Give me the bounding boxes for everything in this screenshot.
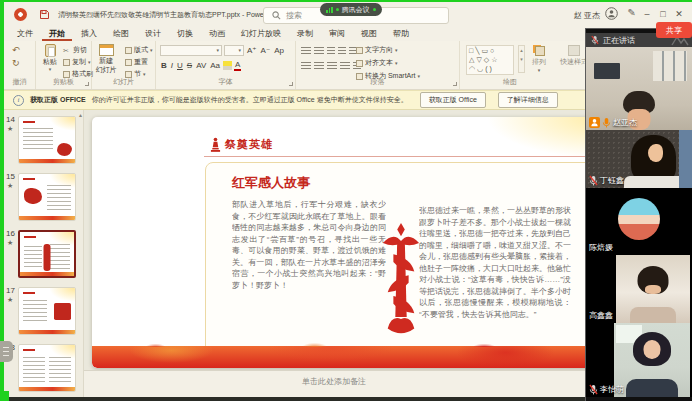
tencent-meeting-badge[interactable]: 腾讯会议 (320, 3, 382, 16)
shrink-font-button[interactable]: A⁻ (260, 45, 272, 56)
arrange-button[interactable]: 排列 ▾ (532, 45, 546, 73)
menu-tab[interactable]: 绘图 (106, 25, 136, 41)
underline-button[interactable]: U (176, 60, 184, 71)
notice-title: 获取正版 OFFICE (30, 95, 86, 105)
mic-muted-icon (591, 35, 599, 45)
slide-thumbnail[interactable]: 17 ★ (4, 283, 83, 340)
slide-thumbnail[interactable]: 18 ★ (4, 340, 83, 397)
slide-thumbnail-image (18, 344, 76, 392)
align-text-button[interactable]: 对齐文本▾ (356, 58, 420, 68)
slide-number: 16 (6, 229, 15, 238)
quick-styles-button[interactable]: 快速样式 (560, 45, 588, 66)
copy-button[interactable]: 复制▾ (63, 57, 93, 67)
align-left-icon[interactable] (301, 62, 311, 70)
maximize-button[interactable]: □ (656, 7, 670, 21)
notice-message: 你的许可证并非正版，你可能是盗版软件的受害者。立即通过正版 Office 避免中… (92, 95, 408, 105)
shapes-gallery-scrollbar[interactable]: ▴▾ (518, 45, 525, 73)
titlebar: 清明祭英烈缅怀先烈致敬英雄清明节主题教育动态PPT.pptx - PowerPo… (4, 2, 692, 26)
green-dot-icon (373, 8, 376, 11)
save-icon[interactable] (39, 9, 50, 20)
slide-thumbnail-image (18, 173, 76, 221)
menu-tab[interactable]: 切换 (170, 25, 200, 41)
cut-button[interactable]: ✂剪切 (63, 45, 93, 55)
shapes-gallery[interactable]: □╲▭○ △▽◇☆ ◠◡() (466, 45, 514, 75)
clipboard-group-label: 剪贴板 (36, 77, 91, 87)
animation-star-icon: ★ (7, 239, 13, 247)
redo-button[interactable]: ↻ (12, 58, 20, 69)
account-avatar-icon[interactable] (605, 7, 618, 20)
slide-thumbnail[interactable]: 14 ★ (4, 112, 83, 169)
layout-button[interactable]: 版式▾ (125, 45, 153, 55)
align-text-icon (356, 60, 363, 67)
slide-thumbnail[interactable]: 16 ★ (4, 226, 83, 283)
dialog-launcher-icon[interactable] (85, 82, 89, 86)
menu-tab[interactable]: 幻灯片放映 (234, 25, 288, 41)
slide-thumbnail-image (18, 230, 76, 278)
highlight-color-button[interactable] (223, 61, 232, 70)
share-button[interactable]: 共享 (656, 22, 692, 38)
menu-tab[interactable]: 开始 (42, 25, 72, 41)
numbering-icon[interactable] (314, 47, 324, 55)
participant-list: 赵亚杰 丁钰鑫 陈焙媛 (586, 47, 692, 397)
undo-button[interactable]: ↶ (12, 45, 20, 56)
font-size-select[interactable]: ▾ (224, 45, 244, 56)
participant-tile[interactable]: 丁钰鑫 (586, 130, 692, 188)
account-name[interactable]: 赵 亚杰 (574, 10, 600, 21)
screen-share-border-corner (0, 391, 9, 401)
dialog-launcher-icon[interactable] (289, 82, 293, 86)
menu-tab[interactable]: 动画 (202, 25, 232, 41)
increase-indent-icon[interactable] (338, 47, 346, 55)
learn-more-button[interactable]: 了解详细信息 (498, 92, 558, 108)
mic-icon (602, 117, 611, 128)
menu-tab[interactable]: 插入 (74, 25, 104, 41)
current-slide[interactable]: 祭奠英雄 红军感人故事 部队进入草地后，行军十分艰难，缺衣少食，不少红军就因此永… (92, 117, 622, 368)
collapsed-panel-handle[interactable] (0, 341, 13, 362)
text-direction-button[interactable]: 文字方向▾ (356, 45, 420, 55)
bullets-icon[interactable] (301, 47, 311, 55)
bold-button[interactable]: B (160, 60, 168, 71)
participant-tile[interactable]: 赵亚杰 (586, 47, 692, 130)
grow-font-button[interactable]: A⁺ (246, 45, 258, 56)
participant-tile[interactable]: 李怡萌 (586, 323, 692, 397)
ink-pencil-icon[interactable]: ✎ (628, 7, 636, 18)
menu-tab[interactable]: 视图 (354, 25, 384, 41)
align-center-icon[interactable] (314, 62, 324, 70)
menu-tab[interactable]: 文件 (10, 25, 40, 41)
char-spacing-button[interactable]: AV (195, 60, 207, 71)
paste-button[interactable]: 粘贴 ▾ (39, 44, 61, 78)
menu-tab[interactable]: 设计 (138, 25, 168, 41)
meeting-panel: 正在讲话 赵亚杰 丁钰鑫 (585, 28, 692, 401)
minimize-button[interactable]: – (640, 7, 654, 21)
strikethrough-button[interactable]: S (186, 60, 193, 71)
participant-tile[interactable]: 高鑫鑫 (586, 255, 692, 323)
participant-tile[interactable]: 陈焙媛 (586, 188, 692, 255)
menu-tab[interactable]: 录制 (290, 25, 320, 41)
justify-icon[interactable] (340, 62, 350, 70)
get-genuine-office-button[interactable]: 获取正版 Office (420, 92, 486, 108)
participant-name: 李怡萌 (600, 384, 624, 395)
clipboard-group: 粘贴 ▾ ✂剪切 复制▾ 格式刷 剪贴板 (36, 41, 92, 89)
new-slide-button[interactable]: 新建 幻灯片 (95, 44, 117, 78)
menu-tab[interactable]: 帮助 (386, 25, 416, 41)
story-card[interactable]: 红军感人故事 部队进入草地后，行军十分艰难，缺衣少食，不少红军就因此永眠在了草地… (205, 162, 610, 355)
dialog-launcher-icon[interactable] (453, 82, 457, 86)
menu-tab[interactable]: 审阅 (322, 25, 352, 41)
font-color-button[interactable]: A (234, 60, 241, 71)
align-right-icon[interactable] (327, 62, 337, 70)
signal-bars-icon (326, 7, 333, 13)
slide-thumbnail[interactable]: 15 ★ (4, 169, 83, 226)
decrease-indent-icon[interactable] (327, 47, 335, 55)
participant-name: 丁钰鑫 (600, 175, 624, 186)
close-button[interactable]: ✕ (672, 7, 686, 21)
notes-placeholder: 单击此处添加备注 (302, 376, 366, 387)
clear-format-button[interactable]: Ap (273, 45, 285, 56)
font-name-select[interactable]: ▾ (160, 45, 222, 56)
italic-button[interactable]: I (170, 60, 174, 71)
text-direction-icon (356, 47, 363, 54)
slide-number: 15 (6, 172, 15, 181)
new-slide-icon (99, 44, 114, 56)
watercolor-band (92, 346, 622, 368)
layout-icon (125, 47, 132, 54)
reset-button[interactable]: 重置 (125, 57, 153, 67)
change-case-button[interactable]: Aa (209, 60, 221, 71)
